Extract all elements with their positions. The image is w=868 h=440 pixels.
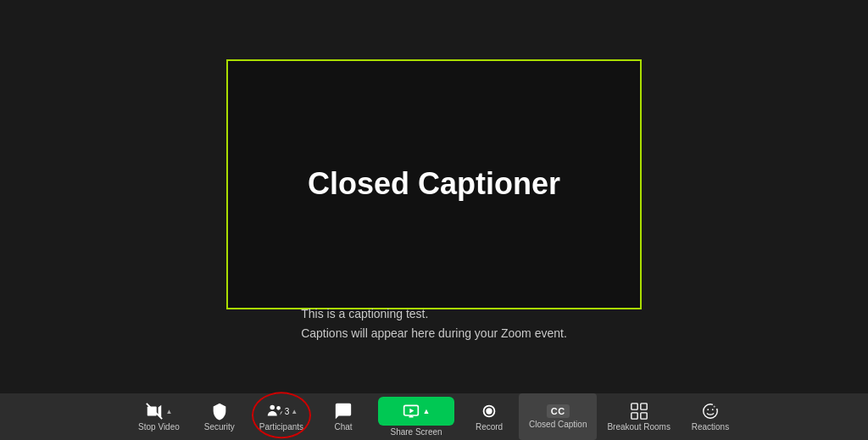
svg-point-3: [270, 405, 275, 410]
caption-line2: Captions will appear here during your Zo…: [301, 324, 567, 343]
chat-button[interactable]: Chat: [314, 393, 373, 440]
participants-badge: 3: [285, 407, 290, 416]
record-icon: [480, 402, 498, 421]
share-screen-label: Share Screen: [390, 427, 442, 437]
video-title: Closed Captioner: [308, 166, 560, 202]
svg-rect-12: [641, 404, 647, 409]
caption-area: This is a captioning test. Captions will…: [301, 304, 567, 343]
participants-button[interactable]: 3 ▲ Participants: [249, 393, 314, 440]
share-screen-box: ▲: [378, 397, 454, 426]
chat-icon: [334, 402, 353, 421]
closed-caption-icon: CC: [547, 404, 570, 418]
reactions-label: Reactions: [692, 422, 729, 432]
record-button[interactable]: Record: [459, 393, 519, 440]
security-icon: [210, 402, 229, 421]
svg-point-17: [712, 409, 714, 410]
main-content: Closed Captioner This is a captioning te…: [0, 0, 868, 393]
video-display-box: Closed Captioner: [226, 59, 642, 309]
share-screen-button[interactable]: ▲ Share Screen: [373, 393, 459, 440]
breakout-rooms-button[interactable]: Breakout Rooms: [597, 393, 680, 440]
svg-rect-13: [632, 413, 637, 419]
reactions-icon: +: [701, 402, 720, 421]
closed-caption-button[interactable]: CC Closed Caption: [519, 393, 597, 440]
breakout-rooms-icon: [630, 402, 648, 421]
security-button[interactable]: Security: [190, 393, 249, 440]
security-label: Security: [204, 422, 235, 432]
svg-rect-11: [632, 404, 637, 409]
share-screen-icon: [403, 403, 420, 420]
svg-point-4: [276, 406, 281, 410]
stop-video-icon: ▲: [145, 402, 172, 421]
closed-caption-label: Closed Caption: [529, 420, 587, 429]
participants-icon: 3 ▲: [265, 402, 298, 421]
breakout-rooms-label: Breakout Rooms: [607, 422, 670, 432]
svg-text:+: +: [713, 404, 715, 409]
participants-label: Participants: [259, 422, 303, 432]
reactions-button[interactable]: + Reactions: [681, 393, 740, 440]
stop-video-label: Stop Video: [138, 422, 180, 432]
caption-line1: This is a captioning test.: [301, 304, 567, 323]
chat-label: Chat: [335, 422, 353, 432]
svg-marker-6: [409, 409, 414, 414]
svg-point-10: [486, 408, 492, 414]
record-label: Record: [476, 422, 503, 432]
stop-video-button[interactable]: ▲ Stop Video: [128, 393, 190, 440]
svg-rect-14: [641, 413, 647, 419]
toolbar: ▲ Stop Video Security 3 ▲ Participants: [0, 393, 868, 440]
svg-point-16: [707, 409, 709, 410]
